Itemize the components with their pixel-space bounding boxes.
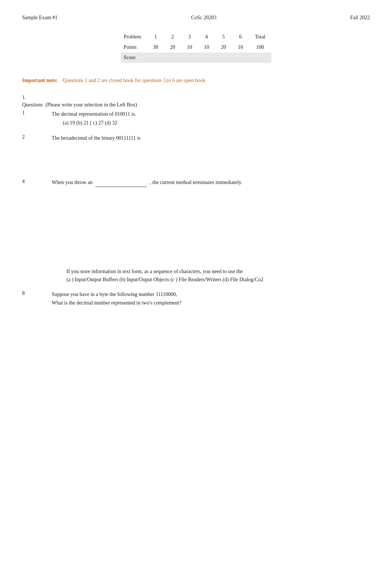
points-total: 100: [249, 42, 271, 52]
q8-line2: What is the decimal number represented i…: [52, 299, 370, 307]
score-4: [198, 52, 215, 63]
page-header: Sample Exam #1 CoSc 20203 Fall 2022: [22, 15, 370, 21]
indented-q-line2: (a ) Input/Output Buffers (b) Input/Oupu…: [66, 276, 370, 284]
semester: Fall 2022: [350, 15, 370, 21]
exam-title: Sample Exam #1: [22, 15, 58, 21]
q1-number: 1: [22, 110, 52, 116]
spacer-4: [22, 208, 370, 223]
question-item-4: 4 When you throw an , the current method…: [22, 178, 370, 187]
col-4: 4: [198, 32, 215, 42]
score-label: Score: [121, 52, 147, 63]
score-table-wrapper: Problem 1 2 3 4 5 6 Total Points 30 20 1…: [22, 32, 370, 70]
table-header-row: Problem 1 2 3 4 5 6 Total: [121, 32, 271, 42]
q4-main: When you throw an: [52, 180, 93, 185]
score-row: Score: [121, 52, 271, 63]
points-1: 30: [147, 42, 164, 52]
questions-intro-text: (Please write your selection in the Left…: [45, 102, 137, 108]
points-5: 20: [215, 42, 232, 52]
points-3: 10: [181, 42, 198, 52]
questions-section: 1. Questions (Please write your selectio…: [22, 95, 370, 307]
q8-content: Suppose you have in a byte the following…: [52, 290, 370, 307]
q4-number: 4: [22, 178, 52, 184]
q1-sub: (a) 19 (b) 21 ( c) 27 (d) 32: [63, 119, 370, 127]
spacer-2: [22, 164, 370, 178]
question-item-1: 1 The decimal representation of 010011 i…: [22, 110, 370, 127]
q1-content: The decimal representation of 010011 is.…: [52, 110, 370, 127]
points-2: 20: [164, 42, 181, 52]
spacer-5: [22, 223, 370, 238]
questions-intro: Questions (Please write your selection i…: [22, 102, 370, 108]
score-5: [215, 52, 232, 63]
q8-number: 8: [22, 290, 52, 296]
col-total: Total: [249, 32, 271, 42]
score-2: [164, 52, 181, 63]
score-table: Problem 1 2 3 4 5 6 Total Points 30 20 1…: [121, 32, 271, 63]
q4-content: When you throw an , the current method t…: [52, 178, 370, 187]
q4-after: , the current method terminates immediat…: [150, 180, 243, 185]
points-4: 10: [198, 42, 215, 52]
question-item-8: 8 Suppose you have in a byte the followi…: [22, 290, 370, 307]
indented-q-line1: If you store information in text form, a…: [66, 268, 370, 276]
spacer-6: [22, 238, 370, 253]
col-2: 2: [164, 32, 181, 42]
important-note-label: Important note:: [22, 78, 58, 83]
course-code: CoSc 20203: [191, 15, 217, 21]
score-1: [147, 52, 164, 63]
q4-blank: [95, 187, 147, 187]
question-item-2: 2 The hexadecimal of the binary 00111111…: [22, 134, 370, 142]
score-3: [181, 52, 198, 63]
spacer-3: [22, 194, 370, 208]
q8-line1: Suppose you have in a byte the following…: [52, 290, 370, 299]
q2-main: The hexadecimal of the binary 00111111 i…: [52, 134, 370, 142]
important-note-text: Questions 1 and 2 are closed book for qu…: [63, 78, 205, 83]
section-number: 1.: [22, 95, 370, 101]
q1-main: The decimal representation of 010011 is.: [52, 110, 370, 118]
points-label: Points: [121, 42, 147, 52]
col-1: 1: [147, 32, 164, 42]
q2-number: 2: [22, 134, 52, 140]
q2-content: The hexadecimal of the binary 00111111 i…: [52, 134, 370, 142]
col-6: 6: [232, 32, 249, 42]
score-total: [249, 52, 271, 63]
score-6: [232, 52, 249, 63]
problem-label: Problem: [121, 32, 147, 42]
questions-label: Questions: [22, 102, 43, 108]
indented-q: If you store information in text form, a…: [66, 268, 370, 284]
spacer-7: [22, 253, 370, 268]
col-5: 5: [215, 32, 232, 42]
points-row: Points 30 20 10 10 20 10 100: [121, 42, 271, 52]
important-note: Important note: Questions 1 and 2 are cl…: [22, 78, 370, 84]
points-6: 10: [232, 42, 249, 52]
col-3: 3: [181, 32, 198, 42]
spacer-1: [22, 149, 370, 164]
